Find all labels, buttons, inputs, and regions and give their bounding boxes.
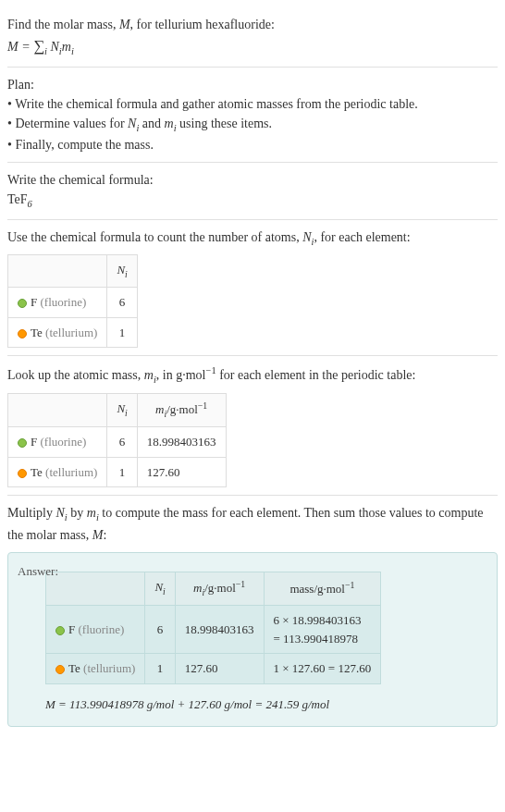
n-cell: 1: [107, 457, 137, 487]
element-name: (tellurium): [83, 661, 135, 675]
n-cell: 6: [107, 427, 137, 458]
m-cell: 18.998403163: [137, 427, 226, 458]
n-header: Ni: [107, 255, 137, 288]
fluorine-dot-icon: [55, 626, 65, 635]
table-row: F (fluorine) 6 18.998403163: [8, 427, 227, 458]
element-name: (fluorine): [40, 295, 86, 309]
table-row: Te (tellurium) 1 127.60: [8, 457, 227, 487]
count-atoms-heading: Use the chemical formula to count the nu…: [7, 228, 498, 250]
formula-base: TeF: [7, 192, 28, 206]
element-name: (fluorine): [40, 435, 86, 449]
mass-calc-line2: = 113.990418978: [274, 630, 372, 648]
blank-header: [8, 255, 107, 288]
m-cell: 127.60: [137, 457, 226, 487]
formula-sub: 6: [28, 199, 32, 209]
mass-cell: 6 × 18.998403163 = 113.990418978: [264, 606, 381, 654]
table-header-row: Ni mi/g·mol−1: [8, 393, 227, 427]
table-row: Te (tellurium) 1: [8, 317, 138, 348]
count-atoms-section: Use the chemical formula to count the nu…: [7, 220, 498, 357]
lookup-mass-section: Look up the atomic mass, mi, in g·mol−1 …: [7, 356, 498, 496]
intro-formula: M = ∑i Nimi: [7, 34, 498, 59]
n-cell: 6: [145, 606, 175, 654]
multiply-section: Multiply Ni by mi to compute the mass fo…: [7, 496, 498, 734]
mass-calc-line1: 6 × 18.998403163: [274, 611, 372, 630]
element-cell: F (fluorine): [8, 288, 107, 318]
table-row: F (fluorine) 6: [8, 288, 138, 318]
m-header: mi/g·mol−1: [175, 572, 264, 606]
plan-section: Plan: • Write the chemical formula and g…: [7, 68, 498, 164]
n-cell: 1: [145, 654, 175, 684]
write-formula-section: Write the chemical formula: TeF6: [7, 163, 498, 220]
n-cell: 1: [107, 317, 137, 348]
m-header: mi/g·mol−1: [137, 393, 226, 427]
element-cell: Te (tellurium): [8, 457, 107, 487]
lookup-table: Ni mi/g·mol−1 F (fluorine) 6 18.99840316…: [7, 393, 227, 488]
count-atoms-table: Ni F (fluorine) 6 Te (tellurium) 1: [7, 254, 138, 348]
write-formula-heading: Write the chemical formula:: [7, 170, 498, 190]
table-header-row: Ni: [8, 255, 138, 288]
blank-header: [8, 393, 107, 427]
element-cell: F (fluorine): [46, 606, 145, 654]
n-header: Ni: [107, 393, 137, 427]
tellurium-dot-icon: [18, 329, 27, 338]
element-symbol: Te: [31, 326, 43, 339]
element-cell: F (fluorine): [8, 427, 107, 458]
lookup-heading: Look up the atomic mass, mi, in g·mol−1 …: [7, 363, 498, 387]
intro-section: Find the molar mass, M, for tellurium he…: [7, 7, 498, 68]
tellurium-dot-icon: [55, 665, 65, 674]
mass-header: mass/g·mol−1: [264, 572, 381, 606]
plan-bullet-1: • Write the chemical formula and gather …: [7, 94, 498, 114]
table-row: Te (tellurium) 1 127.60 1 × 127.60 = 127…: [46, 654, 381, 684]
table-header-row: Ni mi/g·mol−1 mass/g·mol−1: [46, 572, 381, 606]
plan-bullet-3: • Finally, compute the mass.: [7, 135, 498, 154]
intro-heading: Find the molar mass, M, for tellurium he…: [7, 15, 498, 34]
element-symbol: F: [31, 435, 37, 449]
element-cell: Te (tellurium): [8, 317, 107, 348]
element-cell: Te (tellurium): [46, 654, 145, 684]
answer-table: Ni mi/g·mol−1 mass/g·mol−1 F (fluorine) …: [45, 572, 381, 684]
fluorine-dot-icon: [18, 438, 27, 448]
blank-header: [46, 572, 145, 606]
tellurium-dot-icon: [18, 469, 27, 478]
element-symbol: F: [68, 622, 75, 636]
mass-cell: 1 × 127.60 = 127.60: [264, 654, 381, 684]
plan-bullet-2: • Determine values for Ni and mi using t…: [7, 114, 498, 136]
element-name: (tellurium): [45, 326, 97, 339]
m-cell: 18.998403163: [175, 606, 264, 654]
table-row: F (fluorine) 6 18.998403163 6 × 18.99840…: [46, 606, 381, 654]
fluorine-dot-icon: [18, 299, 27, 308]
answer-label: Answer:: [18, 562, 58, 581]
element-symbol: F: [31, 295, 37, 309]
answer-box: Answer: Ni mi/g·mol−1 mass/g·mol−1 F (fl…: [7, 552, 498, 728]
n-header: Ni: [145, 572, 175, 606]
chemical-formula: TeF6: [7, 190, 498, 212]
final-molar-mass: M = 113.990418978 g/mol + 127.60 g/mol =…: [45, 695, 484, 714]
element-name: (tellurium): [45, 465, 97, 479]
element-symbol: Te: [68, 661, 80, 675]
element-name: (fluorine): [78, 622, 124, 636]
multiply-heading: Multiply Ni by mi to compute the mass fo…: [7, 503, 498, 545]
element-symbol: Te: [31, 465, 43, 479]
plan-heading: Plan:: [7, 75, 498, 94]
n-cell: 6: [107, 288, 137, 318]
m-cell: 127.60: [175, 654, 264, 684]
